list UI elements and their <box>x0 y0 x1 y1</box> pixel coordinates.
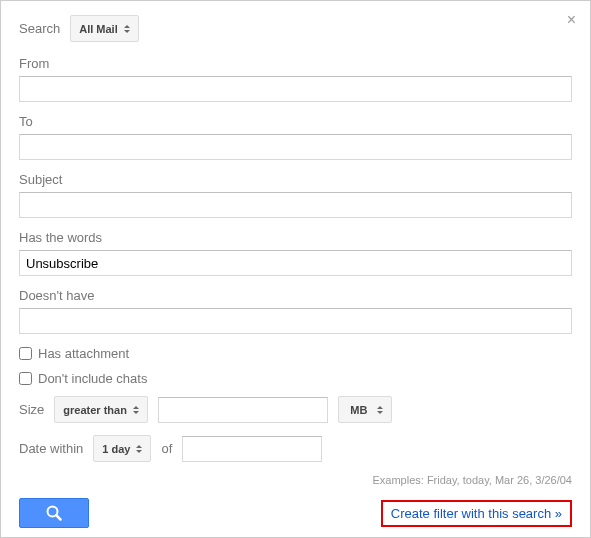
date-range-select[interactable]: 1 day <box>93 435 151 462</box>
spinner-icon <box>133 406 139 414</box>
date-value-input[interactable] <box>182 436 322 462</box>
date-range-value: 1 day <box>102 443 130 455</box>
has-words-label: Has the words <box>19 230 572 245</box>
examples-text: Examples: Friday, today, Mar 26, 3/26/04 <box>19 474 572 486</box>
dont-include-chats-label: Don't include chats <box>38 371 147 386</box>
search-label: Search <box>19 21 60 36</box>
search-button[interactable] <box>19 498 89 528</box>
subject-input[interactable] <box>19 192 572 218</box>
search-icon <box>45 504 63 522</box>
has-attachment-checkbox[interactable] <box>19 347 32 360</box>
doesnt-have-label: Doesn't have <box>19 288 572 303</box>
spinner-icon <box>136 445 142 453</box>
search-scope-select[interactable]: All Mail <box>70 15 139 42</box>
size-comparator-value: greater than <box>63 404 127 416</box>
from-label: From <box>19 56 572 71</box>
of-label: of <box>161 441 172 456</box>
create-filter-link[interactable]: Create filter with this search » <box>391 506 562 521</box>
size-value-input[interactable] <box>158 397 328 423</box>
size-unit-select[interactable]: MB <box>338 396 392 423</box>
from-input[interactable] <box>19 76 572 102</box>
create-filter-highlight: Create filter with this search » <box>381 500 572 527</box>
dont-include-chats-checkbox[interactable] <box>19 372 32 385</box>
has-words-input[interactable] <box>19 250 572 276</box>
has-attachment-label: Has attachment <box>38 346 129 361</box>
to-label: To <box>19 114 572 129</box>
subject-label: Subject <box>19 172 572 187</box>
search-scope-value: All Mail <box>79 23 118 35</box>
size-label: Size <box>19 402 44 417</box>
spinner-icon <box>377 406 383 414</box>
doesnt-have-input[interactable] <box>19 308 572 334</box>
size-comparator-select[interactable]: greater than <box>54 396 148 423</box>
size-unit-value: MB <box>347 404 371 416</box>
svg-line-1 <box>56 515 60 519</box>
close-icon[interactable]: × <box>567 11 576 29</box>
gmail-search-filter-panel: × Search All Mail From To Subject Has th… <box>0 0 591 538</box>
to-input[interactable] <box>19 134 572 160</box>
date-within-label: Date within <box>19 441 83 456</box>
spinner-icon <box>124 25 130 33</box>
